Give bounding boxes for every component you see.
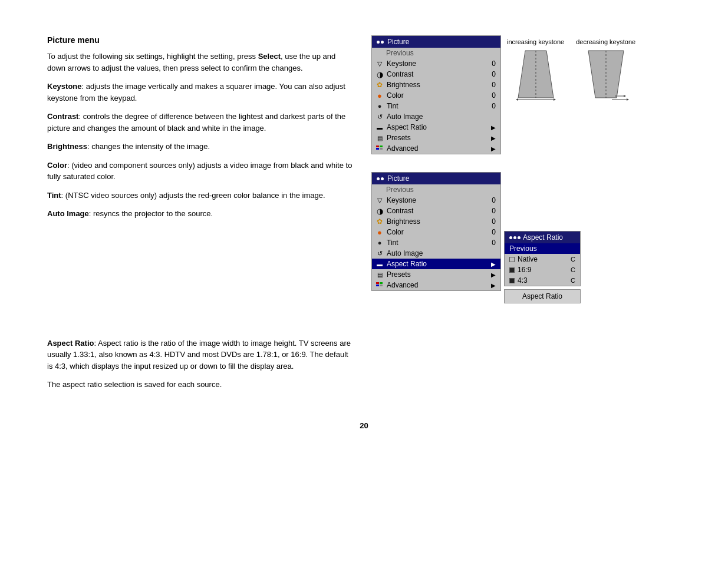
menu2-color-label: Color xyxy=(387,228,486,236)
menu1-item-color[interactable]: ● Color 0 xyxy=(372,90,500,101)
svg-marker-7 xyxy=(516,98,518,101)
menu1-color-label: Color xyxy=(387,91,486,100)
menu1-advanced-label: Advanced xyxy=(387,144,488,153)
menu2-item-autoimage[interactable]: ↺ Auto Image xyxy=(372,248,500,259)
menu2-item-contrast[interactable]: ◑ Contrast 0 xyxy=(372,206,500,216)
menu2-dot-2 xyxy=(381,177,384,180)
presets-icon: ▤ xyxy=(375,134,384,142)
menu2-brightness-value: 0 xyxy=(489,217,496,226)
menu1-previous-label: Previous xyxy=(386,49,496,57)
menu1-tint-value: 0 xyxy=(489,102,496,110)
keystone-decreasing-item: decreasing keystone xyxy=(576,38,635,101)
menu2-box: Picture Previous ▽ Keystone 0 ◑ xyxy=(371,172,501,291)
menu2-item-aspect[interactable]: ▬ Aspect Ratio ▶ xyxy=(372,259,500,269)
menu1-item-presets[interactable]: ▤ Presets ▶ xyxy=(372,133,500,143)
menu2-keystone-value: 0 xyxy=(489,196,496,204)
menu2-item-keystone[interactable]: ▽ Keystone 0 xyxy=(372,195,500,206)
menu2-color-icon: ● xyxy=(375,228,384,236)
menu1-item-keystone[interactable]: ▽ Keystone 0 xyxy=(372,58,500,69)
menu1-item-advanced[interactable]: Advanced ▶ xyxy=(372,143,500,154)
menu2-aspect-label: Aspect Ratio xyxy=(387,260,488,268)
autoimage-icon: ↺ xyxy=(375,113,384,121)
svg-rect-1 xyxy=(376,148,379,150)
autoimage-paragraph: Auto Image: resyncs the projector to the… xyxy=(47,208,354,220)
keystone-increasing-item: increasing keystone xyxy=(507,38,564,101)
menu1-header: Picture xyxy=(372,36,500,48)
menu1-autoimage-label: Auto Image xyxy=(387,113,486,121)
aspect-submenu-169[interactable]: 16:9 C xyxy=(505,265,580,275)
aspect-native-label: Native xyxy=(518,255,538,263)
content-area: Picture menu To adjust the following six… xyxy=(47,35,681,398)
keystone-increasing-svg xyxy=(512,48,559,101)
menu1-aspect-arrow: ▶ xyxy=(491,124,496,131)
svg-rect-15 xyxy=(376,282,379,284)
menu2-tint-value: 0 xyxy=(489,239,496,247)
menu1-item-aspect[interactable]: ▬ Aspect Ratio ▶ xyxy=(372,122,500,133)
menu2-item-presets[interactable]: ▤ Presets ▶ xyxy=(372,269,500,280)
aspect-169-label: 16:9 xyxy=(518,266,531,274)
ratio169-checkbox xyxy=(509,267,515,273)
menu1-box: Picture Previous ▽ Keystone 0 ◑ xyxy=(371,35,501,154)
aspect-dot-3 xyxy=(518,236,521,239)
aspect-ratio-label-box: Aspect Ratio xyxy=(504,289,581,303)
section-title: Picture menu xyxy=(47,35,354,45)
menu1-item-brightness[interactable]: ✿ Brightness 0 xyxy=(372,80,500,90)
menu1-contrast-label: Contrast xyxy=(387,70,486,78)
svg-marker-12 xyxy=(627,98,629,101)
advanced-icon xyxy=(375,144,384,153)
menu1-presets-label: Presets xyxy=(387,134,488,142)
aspect-ratio-label: Aspect Ratio xyxy=(522,292,562,300)
menu1-item-autoimage[interactable]: ↺ Auto Image xyxy=(372,111,500,122)
menu2-keystone-icon: ▽ xyxy=(375,196,384,204)
menu2-row: Picture Previous ▽ Keystone 0 ◑ xyxy=(371,172,681,303)
page-container: Picture menu To adjust the following six… xyxy=(0,0,728,562)
menu-dot-2 xyxy=(381,41,384,44)
menu1-item-previous[interactable]: Previous xyxy=(372,48,500,58)
aspect-paragraph: Aspect Ratio: Aspect ratio is the ratio … xyxy=(47,338,354,372)
menu1-presets-arrow: ▶ xyxy=(491,135,496,141)
right-column: Picture Previous ▽ Keystone 0 ◑ xyxy=(371,35,681,303)
aspect-169-radio: C xyxy=(571,266,575,273)
aspect-submenu-title: Aspect Ratio xyxy=(523,233,563,242)
aspect-menu-dots xyxy=(509,236,521,239)
tint-icon: ● xyxy=(375,102,384,110)
menu2-item-advanced[interactable]: Advanced ▶ xyxy=(372,280,500,290)
menu1-tint-label: Tint xyxy=(387,102,486,110)
menu2-brightness-icon: ✿ xyxy=(375,217,384,226)
svg-rect-2 xyxy=(380,146,383,147)
menu1-item-contrast[interactable]: ◑ Contrast 0 xyxy=(372,69,500,80)
aspect-dot-1 xyxy=(509,236,512,239)
contrast-icon: ◑ xyxy=(375,70,384,78)
menu2-presets-icon: ▤ xyxy=(375,270,384,279)
menu2-tint-label: Tint xyxy=(387,239,486,247)
menu-dot-1 xyxy=(377,41,380,44)
color-paragraph: Color: (video and component sources only… xyxy=(47,160,354,183)
menu2-item-tint[interactable]: ● Tint 0 xyxy=(372,237,500,248)
aspect-submenu-native[interactable]: Native C xyxy=(505,254,580,265)
aspect-submenu-previous[interactable]: Previous xyxy=(505,243,580,254)
menu1-title: Picture xyxy=(387,38,409,46)
menu1-brightness-label: Brightness xyxy=(387,81,486,89)
svg-rect-17 xyxy=(380,282,383,284)
keystone-decreasing-label: decreasing keystone xyxy=(576,38,635,45)
brightness-icon: ✿ xyxy=(375,81,384,89)
svg-marker-8 xyxy=(554,98,556,101)
aspect-icon: ▬ xyxy=(375,123,384,131)
menu2-item-previous[interactable]: Previous xyxy=(372,184,500,195)
aspect-note: The aspect ratio selection is saved for … xyxy=(47,379,354,391)
menu2-title: Picture xyxy=(387,174,409,183)
aspect-submenu-43[interactable]: 4:3 C xyxy=(505,275,580,286)
aspect-ratio-section: Aspect Ratio: Aspect ratio is the ratio … xyxy=(47,338,354,391)
svg-rect-0 xyxy=(376,146,379,147)
menu2-item-brightness[interactable]: ✿ Brightness 0 xyxy=(372,216,500,227)
aspect-native-radio: C xyxy=(571,256,575,263)
menu2-header: Picture xyxy=(372,173,500,184)
page-number: 20 xyxy=(47,421,681,430)
menu2-item-color[interactable]: ● Color 0 xyxy=(372,227,500,237)
svg-rect-3 xyxy=(380,148,383,150)
keystone-increasing-label: increasing keystone xyxy=(507,38,564,45)
menu1-item-tint[interactable]: ● Tint 0 xyxy=(372,101,500,111)
keystone-diagrams: increasing keystone xyxy=(507,38,635,101)
ratio43-checkbox xyxy=(509,278,515,283)
menu1-brightness-value: 0 xyxy=(489,81,496,89)
